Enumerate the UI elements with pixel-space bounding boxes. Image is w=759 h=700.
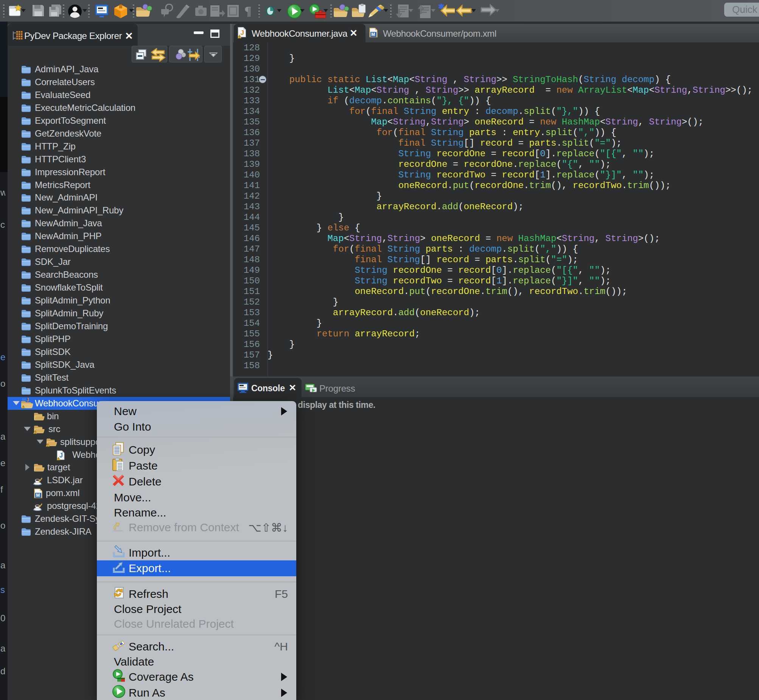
svg-text:M: M — [371, 32, 375, 37]
svg-text:M: M — [36, 493, 40, 498]
svg-text:J: J — [27, 398, 29, 403]
svg-text:M: M — [22, 398, 26, 403]
svg-text:J: J — [59, 452, 63, 459]
svg-text:J: J — [241, 29, 244, 36]
svg-text:¶: ¶ — [244, 4, 251, 18]
